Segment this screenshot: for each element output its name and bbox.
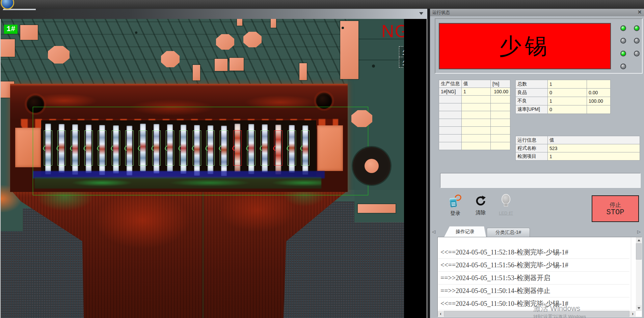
panel-title-bar: 运行状态 bbox=[430, 9, 644, 16]
scroll-left-button[interactable]: ‹ bbox=[438, 311, 444, 317]
table-cell: 1 bbox=[548, 97, 587, 105]
table-cell bbox=[462, 96, 491, 103]
table-cell: 1 bbox=[462, 88, 491, 96]
table-cell: 0.00 bbox=[587, 89, 611, 97]
camera-id-badge: 1# bbox=[4, 25, 18, 34]
inspection-roi-box bbox=[33, 107, 368, 195]
table-cell bbox=[439, 111, 462, 119]
table-cell bbox=[491, 111, 510, 119]
scroll-right-button[interactable]: › bbox=[630, 311, 636, 317]
log-entry[interactable]: <<==2024-05-05_11:51:56-检测完毕-少锡-1# bbox=[438, 259, 629, 272]
status-indicator-off bbox=[634, 38, 640, 44]
production-info-table: 生产信息值[%]1#[NG]1100.00 bbox=[439, 80, 510, 150]
login-button-label: 登录 bbox=[450, 210, 460, 217]
status-indicator-on bbox=[620, 51, 626, 56]
table-cell: 检测项目 bbox=[516, 152, 548, 161]
panel-title: 运行状态 bbox=[430, 9, 450, 16]
table-cell: 1 bbox=[548, 152, 640, 161]
defect-label: 少锡 bbox=[399, 46, 404, 57]
clear-button-label: 清除 bbox=[476, 210, 486, 216]
table-cell bbox=[462, 103, 491, 111]
table-cell: 速率[UPM] bbox=[516, 105, 548, 114]
table-header-cell: [%] bbox=[491, 80, 510, 88]
windows-activation-watermark: 激活 Windows bbox=[533, 303, 580, 314]
stop-button-label-cn: 停止 bbox=[610, 201, 621, 209]
table-cell: 良品 bbox=[516, 89, 548, 97]
table-header-cell: 值 bbox=[462, 80, 491, 88]
log-entry-text: <<==2024-05-05_11:51:56-检测完毕-少锡-1# bbox=[440, 261, 568, 270]
table-cell bbox=[491, 119, 510, 127]
tab-scroll-right-icon[interactable]: ▷ bbox=[637, 229, 641, 234]
run-info-table-grid: 运行信息值程式名称523检测项目1 bbox=[515, 136, 640, 161]
scroll-up-button[interactable] bbox=[636, 237, 642, 243]
table-cell bbox=[439, 119, 462, 127]
table-cell bbox=[587, 105, 611, 114]
camera-viewport[interactable]: 1# NG 少锡 少锡 bbox=[0, 19, 427, 318]
table-cell bbox=[491, 103, 510, 111]
tab-operation-log[interactable]: 操作记录 bbox=[444, 226, 486, 237]
id-badge-icon bbox=[449, 195, 461, 208]
table-header-cell: 值 bbox=[548, 136, 640, 144]
led-light-button[interactable]: LED 灯 bbox=[495, 195, 517, 224]
table-cell bbox=[462, 111, 491, 119]
table-header-cell: 运行信息 bbox=[516, 136, 548, 144]
result-ng-label: NG bbox=[381, 21, 404, 41]
refresh-arrow-icon bbox=[475, 195, 486, 207]
log-entry[interactable]: ==>>2024-05-05_11:51:53-检测器开启 bbox=[438, 272, 629, 285]
table-cell bbox=[462, 119, 491, 127]
stop-button[interactable]: 停止 STOP bbox=[592, 195, 639, 222]
table-cell bbox=[462, 142, 491, 150]
status-indicator-on bbox=[620, 25, 626, 31]
clear-button[interactable]: 清除 bbox=[470, 195, 491, 224]
totals-table-grid: 总数1良品00.00不良1100.00速率[UPM]0 bbox=[515, 80, 611, 114]
vertical-scroll-thumb[interactable] bbox=[636, 243, 642, 260]
defect-label: 少锡 bbox=[399, 57, 404, 68]
status-indicator-off bbox=[620, 64, 626, 69]
table-cell: 不良 bbox=[516, 97, 548, 105]
close-icon[interactable]: ✕ bbox=[637, 9, 643, 15]
table-cell: 总数 bbox=[516, 80, 548, 89]
status-indicator-on bbox=[634, 25, 640, 31]
table-cell bbox=[439, 127, 462, 134]
table-cell bbox=[439, 96, 462, 103]
table-cell: 100.00 bbox=[491, 88, 510, 96]
table-cell bbox=[439, 134, 462, 142]
log-list: <<==2024-05-05_11:52:18-检测完毕-少锡-1#<<==20… bbox=[438, 246, 629, 310]
fiducial-center bbox=[365, 159, 379, 173]
chevron-down-icon[interactable] bbox=[419, 12, 423, 15]
panel-splitter[interactable] bbox=[427, 9, 430, 318]
defect-status-banner: 少锡 bbox=[439, 23, 611, 69]
stop-button-label-en: STOP bbox=[607, 209, 624, 216]
status-indicator-off bbox=[634, 51, 640, 56]
application-window: 文件(F)编辑(E)视图(V)设置(S)MES连接器运行(O)帮助(H) 相机视… bbox=[0, 0, 644, 318]
production-info-table-grid: 生产信息值[%]1#[NG]1100.00 bbox=[439, 80, 510, 150]
log-entry-text: ==>>2024-05-05_11:50:14-检测器停止 bbox=[440, 286, 550, 295]
table-cell bbox=[491, 134, 510, 142]
log-entry[interactable]: <<==2024-05-05_11:52:18-检测完毕-少锡-1# bbox=[438, 246, 629, 259]
tab-category-summary[interactable]: 分类汇总-1# bbox=[487, 228, 530, 237]
table-cell: 0 bbox=[548, 89, 587, 97]
table-cell: 1 bbox=[548, 80, 587, 89]
scroll-down-button[interactable] bbox=[636, 305, 642, 311]
table-cell: 0 bbox=[548, 105, 587, 114]
log-entry-text: <<==2024-05-05_11:52:18-检测完毕-少锡-1# bbox=[440, 248, 568, 257]
led-button-label: LED 灯 bbox=[499, 210, 513, 216]
menu-bar bbox=[0, 0, 644, 9]
windows-activation-watermark-sub: 转到“设置”以激活 Windows bbox=[533, 314, 586, 318]
pcb-inspection-image: 1# NG 少锡 少锡 bbox=[1, 19, 404, 318]
table-cell: 程式名称 bbox=[516, 144, 548, 152]
table-cell: 523 bbox=[548, 144, 640, 152]
table-cell bbox=[439, 103, 462, 111]
log-entry-text: ==>>2024-05-05_11:51:53-检测器开启 bbox=[440, 273, 550, 283]
log-entry[interactable]: ==>>2024-05-05_11:50:14-检测器停止 bbox=[438, 285, 629, 297]
login-button[interactable]: 登录 bbox=[445, 195, 466, 224]
totals-table: 总数1良品00.00不良1100.00速率[UPM]0 bbox=[515, 80, 611, 114]
light-bulb-icon bbox=[502, 195, 510, 207]
message-box[interactable] bbox=[440, 173, 641, 188]
status-indicator-off bbox=[620, 38, 626, 44]
table-cell bbox=[491, 142, 510, 150]
run-info-table: 运行信息值程式名称523检测项目1 bbox=[515, 136, 640, 161]
table-cell bbox=[462, 134, 491, 142]
tab-scroll-left-icon[interactable]: ◁ bbox=[432, 229, 435, 234]
table-header-cell: 生产信息 bbox=[439, 80, 462, 88]
